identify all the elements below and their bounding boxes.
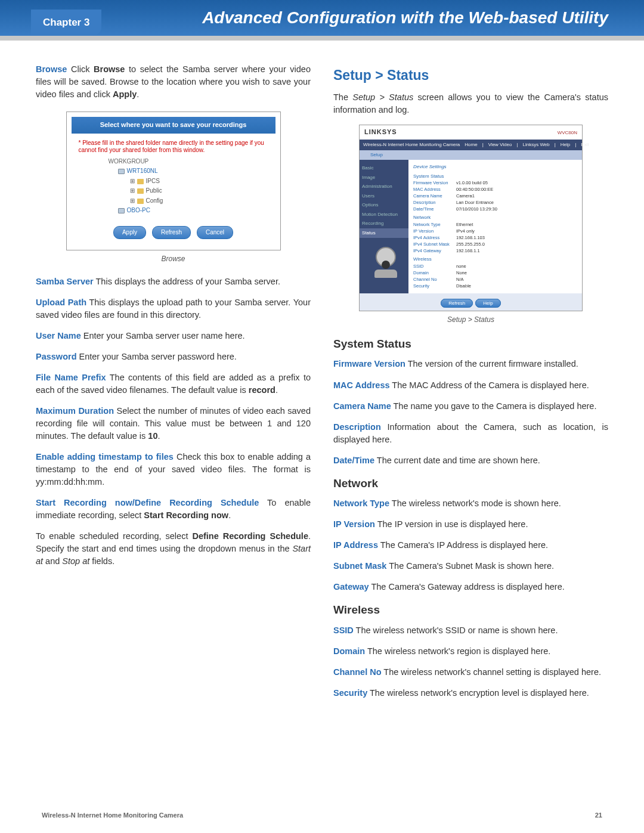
apply-button[interactable]: Apply — [113, 226, 146, 240]
nav-linksys-web[interactable]: Linksys Web — [523, 141, 550, 148]
tree-item[interactable]: ⊞ IPCS — [130, 177, 268, 186]
computer-icon — [118, 208, 125, 213]
text: The wireless network's mode is shown her… — [389, 498, 561, 508]
text: Enter your Samba server user name here. — [81, 331, 245, 340]
term-password: Password — [36, 352, 77, 361]
tab-setup[interactable]: Setup — [370, 152, 383, 157]
computer-icon — [118, 169, 125, 174]
tree-label: IPCS — [146, 177, 160, 186]
text: The version of the current firmware inst… — [405, 359, 578, 368]
page-header: Chapter 3 Advanced Configuration with th… — [0, 0, 644, 41]
bold-record: record — [249, 385, 275, 395]
status-figure: LINKSYS WVC80N Wireless-N Internet Home … — [359, 125, 583, 311]
term-samba-server: Samba Server — [36, 277, 94, 286]
nav-recording[interactable]: Recording — [362, 219, 406, 228]
term-security: Security — [333, 688, 367, 698]
text: The wireless network's SSID or name is s… — [354, 625, 558, 635]
term-maximum-duration: Maximum Duration — [36, 406, 114, 416]
term-gateway: Gateway — [333, 582, 369, 592]
nav-home[interactable]: Home — [465, 141, 477, 148]
nav-image[interactable]: Image — [362, 173, 406, 182]
details-heading: Device Settings — [413, 163, 577, 171]
text: . — [137, 89, 139, 99]
nav-status[interactable]: Status — [360, 228, 408, 238]
term-user-name: User Name — [36, 331, 81, 340]
tree-group: WORKGROUP — [109, 157, 268, 166]
camera-icon — [371, 247, 400, 289]
nav-help[interactable]: Help — [561, 141, 570, 148]
folder-icon — [137, 188, 144, 194]
term-upload-path: Upload Path — [36, 298, 86, 307]
term-subnet-mask: Subnet Mask — [333, 561, 386, 571]
nav-administration[interactable]: Administration — [362, 182, 406, 191]
bold-10: 10 — [148, 431, 157, 441]
term-channel-no: Channel No — [333, 667, 382, 677]
status-details: Device Settings System Status Firmware V… — [408, 160, 582, 293]
text: The — [333, 92, 352, 102]
term-start-recording: Start Recording now/Define Recording Sch… — [36, 498, 259, 507]
tree-item[interactable]: ⊞ Config — [130, 197, 268, 206]
nav-motion[interactable]: Motion Detection — [362, 210, 406, 219]
sub-system-status: System Status — [413, 173, 577, 180]
sub-wireless: Wireless — [413, 256, 577, 263]
text: The MAC Address of the Camera is display… — [390, 380, 589, 390]
dialog-titlebar: Select where you want to save your recor… — [72, 117, 275, 134]
text: The current date and time are shown here… — [374, 456, 540, 465]
term-camera-name: Camera Name — [333, 401, 391, 411]
term-file-name-prefix: File Name Prefix — [36, 373, 106, 382]
help-button[interactable]: Help — [475, 299, 500, 308]
term-ip-version: IP Version — [333, 519, 375, 529]
text: The Camera's Gateway address is displaye… — [369, 582, 565, 592]
bold-apply: Apply — [113, 89, 137, 99]
dialog-warning: * Please fill in the shared folder name … — [79, 140, 268, 154]
text: Enter your Samba server password here. — [77, 352, 237, 361]
subheading-network: Network — [333, 475, 608, 492]
nav-options[interactable]: Options — [362, 200, 406, 210]
left-column: Browse Click Browse to select the Samba … — [36, 63, 311, 708]
cancel-button[interactable]: Cancel — [197, 226, 233, 240]
tree-item[interactable]: OBO-PC — [118, 206, 268, 215]
bold-browse: Browse — [94, 64, 125, 74]
model-label: WVC80N — [558, 129, 577, 137]
nav-exit[interactable]: Exit — [581, 141, 589, 148]
term-mac-address: MAC Address — [333, 380, 390, 390]
tree-item[interactable]: ⊞ Public — [130, 187, 268, 196]
tree-item[interactable]: WRT160NL — [118, 167, 268, 176]
folder-icon — [137, 179, 144, 184]
text: The Camera's Subnet Mask is shown here. — [386, 561, 554, 571]
refresh-button[interactable]: Refresh — [152, 226, 191, 240]
italic-setup-status: Setup > Status — [352, 92, 413, 102]
term-ip-address: IP Address — [333, 540, 378, 550]
text: The wireless network's encryption level … — [367, 688, 589, 698]
text: The IP version in use is displayed here. — [375, 519, 528, 529]
text: The name you gave to the Camera is displ… — [391, 401, 597, 411]
text: The Camera's IP Address is displayed her… — [378, 540, 548, 550]
nav-basic[interactable]: Basic — [362, 163, 406, 173]
tree-label: WRT160NL — [127, 167, 158, 176]
tree-label: Public — [146, 187, 162, 196]
term-enable-timestamp: Enable adding timestamp to files — [36, 452, 174, 462]
browse-figure: Select where you want to save your recor… — [66, 112, 281, 250]
nav-view-video[interactable]: View Video — [488, 141, 512, 148]
bold-start-now: Start Recording now — [144, 510, 228, 520]
device-name: Wireless-N Internet Home Monitoring Came… — [363, 141, 460, 148]
footer-page-number: 21 — [595, 812, 602, 819]
bold-define-schedule: Define Recording Schedule — [192, 531, 308, 541]
tree-label: OBO-PC — [127, 206, 150, 215]
folder-icon — [137, 199, 144, 204]
subheading-system-status: System Status — [333, 336, 608, 352]
term-firmware-version: Firmware Version — [333, 359, 405, 368]
term-network-type: Network Type — [333, 498, 389, 508]
sub-network: Network — [413, 214, 577, 221]
refresh-button[interactable]: Refresh — [441, 299, 473, 308]
text: . — [157, 431, 160, 441]
footer-product: Wireless-N Internet Home Monitoring Came… — [42, 812, 183, 819]
text: Click — [67, 64, 94, 74]
nav-users[interactable]: Users — [362, 191, 406, 201]
text: The wireless network's region is display… — [365, 646, 550, 656]
text: To enable scheduled recording, select — [36, 531, 192, 541]
italic-stop-at: Stop at — [62, 556, 89, 566]
browse-paragraph: Browse Click Browse to select the Samba … — [36, 63, 311, 101]
text: and — [43, 556, 62, 566]
page-title: Advanced Configuration with the Web-base… — [202, 8, 608, 27]
